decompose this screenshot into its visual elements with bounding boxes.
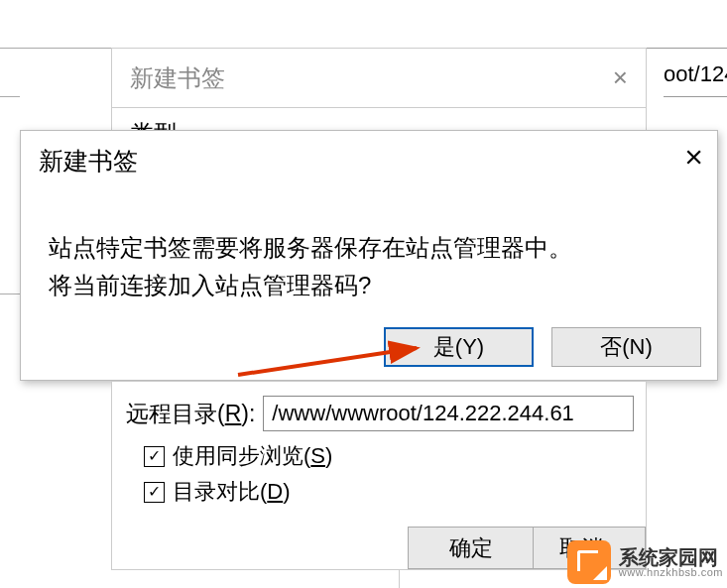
behind-window-title: 新建书签 [112, 49, 646, 108]
left-divider-2 [0, 294, 20, 294]
new-bookmark-window-behind: 新建书签 × [111, 48, 647, 108]
dialog-message: 站点特定书签需要将服务器保存在站点管理器中。 将当前连接加入站点管理器码? [21, 177, 717, 304]
dir-compare-post: ) [283, 479, 290, 504]
bookmark-settings-panel: 远程目录(R): ✓ 使用同步浏览(S) ✓ 目录对比(D) 确定 取消 [111, 381, 647, 570]
behind-window-body: 类型 [111, 108, 647, 132]
remote-label-pre: 远程目录( [126, 401, 225, 426]
dialog-button-row: 是(Y) 否(N) [384, 327, 701, 367]
upper-border-right [645, 48, 727, 49]
yes-button[interactable]: 是(Y) [384, 327, 534, 367]
cancel-button[interactable]: 取消 [533, 527, 646, 569]
remote-directory-input[interactable] [263, 396, 634, 431]
dialog-title: 新建书签 [21, 131, 717, 177]
dir-compare-row[interactable]: ✓ 目录对比(D) [112, 473, 646, 509]
dialog-message-line2: 将当前连接加入站点管理器码? [49, 267, 695, 304]
left-divider-1 [0, 96, 20, 97]
sync-browse-label: 使用同步浏览(S) [173, 441, 332, 471]
remote-label-post: ): [241, 401, 255, 426]
panel-bottom-divider [399, 569, 400, 588]
panel-button-row: 确定 取消 [408, 527, 646, 569]
sync-browse-key: S [310, 443, 325, 468]
remote-directory-label: 远程目录(R): [126, 399, 255, 429]
close-icon[interactable]: × [613, 62, 628, 93]
dir-compare-label: 目录对比(D) [173, 477, 291, 507]
remote-directory-row: 远程目录(R): [112, 382, 646, 437]
sync-browse-pre: 使用同步浏览( [173, 443, 310, 468]
remote-label-key: R [225, 401, 242, 426]
sync-browse-checkbox[interactable]: ✓ [144, 446, 165, 467]
close-icon[interactable]: × [684, 141, 703, 173]
upper-border-left [0, 48, 111, 49]
ok-button[interactable]: 确定 [408, 527, 533, 569]
background-line [664, 96, 727, 97]
background-path-fragment: oot/124 [664, 61, 727, 87]
dialog-message-line1: 站点特定书签需要将服务器保存在站点管理器中。 [49, 229, 695, 267]
dir-compare-checkbox[interactable]: ✓ [144, 482, 165, 503]
sync-browse-row[interactable]: ✓ 使用同步浏览(S) [112, 437, 646, 473]
dir-compare-key: D [267, 479, 283, 504]
dir-compare-pre: 目录对比( [173, 479, 267, 504]
confirm-dialog: 新建书签 × 站点特定书签需要将服务器保存在站点管理器中。 将当前连接加入站点管… [20, 130, 718, 381]
sync-browse-post: ) [325, 443, 332, 468]
no-button[interactable]: 否(N) [551, 327, 701, 367]
